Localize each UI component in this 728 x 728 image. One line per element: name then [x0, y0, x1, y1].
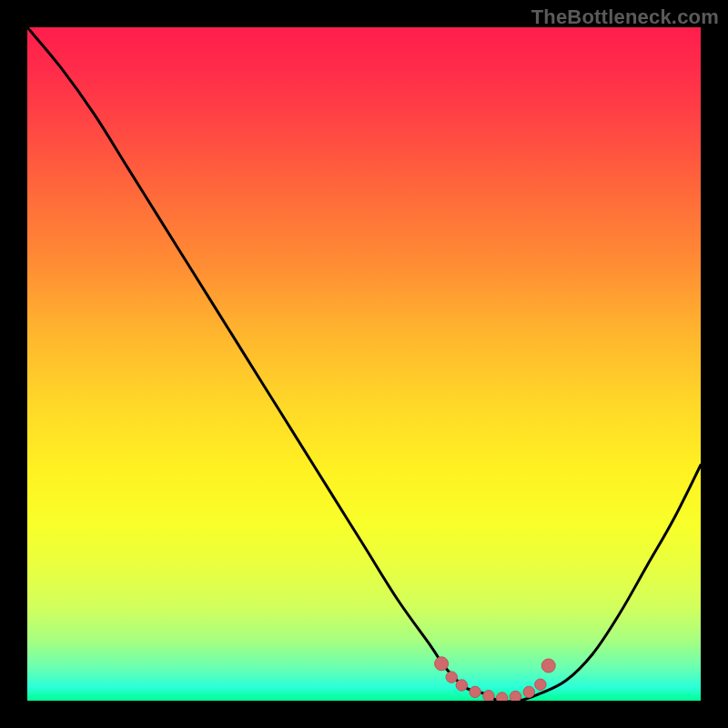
valley-marker — [470, 686, 480, 697]
valley-marker — [435, 657, 449, 671]
valley-marker — [510, 691, 521, 701]
valley-marker — [523, 686, 534, 697]
valley-marker — [446, 672, 457, 682]
valley-marker — [497, 693, 508, 701]
chart-frame: TheBottleneck.com — [0, 0, 728, 728]
watermark-text: TheBottleneck.com — [531, 5, 719, 29]
valley-marker — [535, 679, 546, 690]
valley-marker — [456, 680, 467, 691]
markers-layer — [27, 27, 701, 701]
valley-marker — [483, 691, 494, 701]
valley-markers — [435, 657, 556, 701]
plot-area — [27, 27, 701, 701]
valley-marker — [541, 659, 555, 672]
